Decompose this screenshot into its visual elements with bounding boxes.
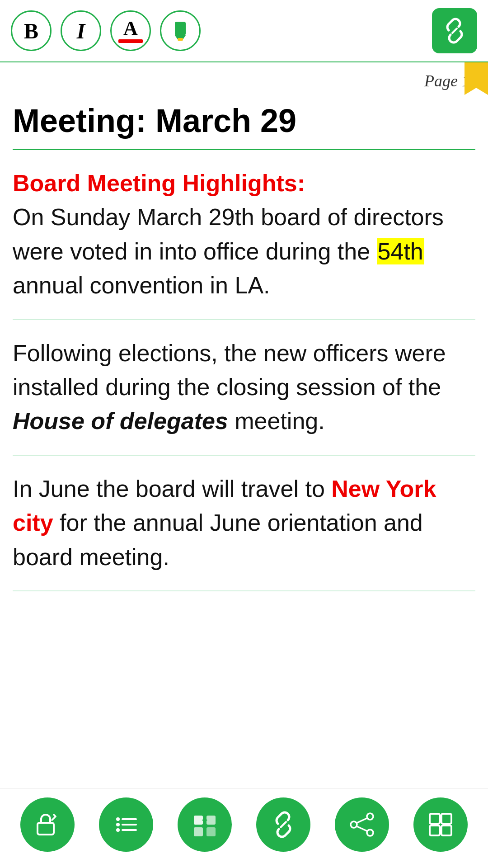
svg-point-6 [116, 823, 120, 826]
highlight-54th: 54th [377, 238, 424, 264]
share-button[interactable] [335, 797, 389, 852]
page-area: Page 1 Meeting: March 29 Board Meeting H… [0, 62, 488, 646]
layout-button[interactable] [413, 797, 468, 852]
blank-section [13, 591, 475, 646]
palette-button[interactable] [178, 797, 232, 852]
svg-line-17 [357, 818, 367, 823]
palette-icon [190, 810, 219, 839]
svg-rect-20 [441, 814, 451, 824]
section-3: In June the board will travel to New Yor… [13, 456, 475, 591]
layout-icon [426, 810, 455, 839]
section-1-text-after: annual convention in LA. [13, 272, 270, 298]
section-1-heading: Board Meeting Highlights: [13, 170, 305, 196]
page-label: Page 1 [424, 71, 470, 90]
section-2: Following elections, the new officers we… [13, 320, 475, 456]
section-2-text2: meeting. [228, 408, 325, 434]
bold-button[interactable]: B [11, 10, 52, 51]
house-of-delegates: House of delegates [13, 408, 228, 434]
svg-rect-13 [206, 827, 216, 836]
svg-point-8 [116, 828, 120, 832]
svg-rect-19 [430, 814, 440, 824]
content-area: Board Meeting Highlights: On Sunday Marc… [13, 150, 475, 646]
section-3-text2: for the annual June orientation and boar… [13, 509, 423, 570]
svg-rect-12 [194, 827, 203, 836]
section-1: Board Meeting Highlights: On Sunday Marc… [13, 150, 475, 320]
svg-line-18 [357, 826, 367, 831]
font-color-button[interactable]: A [110, 10, 151, 51]
edit-lock-button[interactable] [20, 797, 75, 852]
svg-point-16 [367, 830, 373, 836]
section-3-text1: In June the board will travel to [13, 476, 331, 502]
svg-rect-0 [175, 22, 186, 35]
highlighter-button[interactable] [160, 10, 201, 51]
bottom-toolbar [0, 788, 488, 868]
link-button-bottom[interactable] [256, 797, 310, 852]
top-toolbar: B I A [0, 0, 488, 62]
list-button[interactable] [99, 797, 153, 852]
highlighter-icon [169, 19, 192, 42]
bookmark-icon [465, 62, 488, 95]
svg-point-4 [116, 817, 120, 821]
link-button-top[interactable] [432, 8, 477, 53]
svg-rect-10 [194, 816, 203, 825]
edit-lock-icon [33, 810, 62, 839]
svg-rect-22 [441, 826, 451, 835]
svg-point-15 [351, 821, 357, 828]
svg-rect-3 [38, 823, 54, 835]
svg-rect-2 [178, 38, 183, 41]
share-icon [347, 810, 376, 839]
svg-rect-11 [206, 816, 216, 825]
link-icon-bottom [269, 810, 298, 839]
page-header: Page 1 [13, 62, 475, 94]
doc-title: Meeting: March 29 [13, 94, 475, 150]
svg-point-14 [367, 813, 373, 820]
list-icon [112, 810, 141, 839]
svg-rect-21 [430, 826, 440, 835]
section-2-text1: Following elections, the new officers we… [13, 340, 446, 400]
link-icon-top [441, 18, 468, 44]
italic-button[interactable]: I [61, 10, 101, 51]
